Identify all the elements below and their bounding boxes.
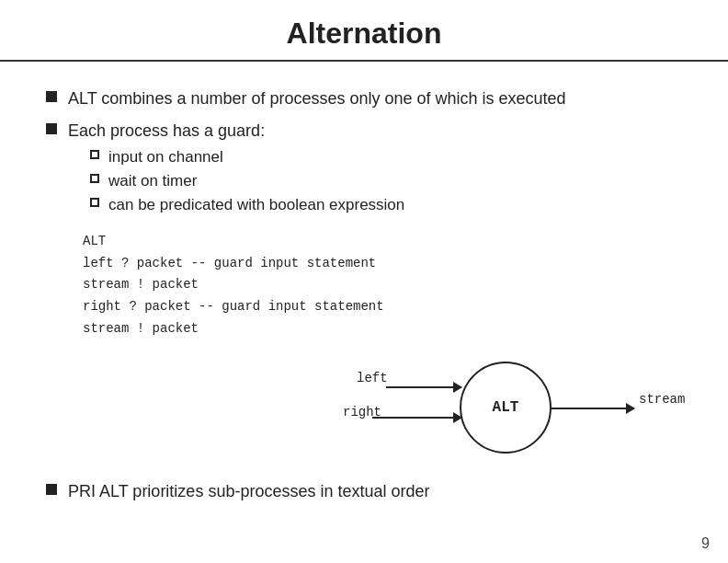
right-label: right bbox=[343, 405, 381, 419]
sub-bullet-1-icon bbox=[90, 150, 99, 159]
right-arrow bbox=[372, 417, 461, 419]
sub-bullets: input on channel wait on timer can be pr… bbox=[90, 146, 404, 215]
bullet-1-text: ALT combines a number of processes only … bbox=[68, 87, 566, 110]
stream-arrow bbox=[552, 408, 634, 409]
bullet-2: Each process has a guard: input on chann… bbox=[46, 120, 682, 222]
bullet-2-content: Each process has a guard: input on chann… bbox=[68, 120, 404, 222]
bullet-3: PRI ALT prioritizes sub-processes in tex… bbox=[46, 480, 682, 503]
code-line-1: ALT bbox=[83, 231, 682, 253]
code-line-4: right ? packet -- guard input statement bbox=[83, 296, 682, 318]
page-number: 9 bbox=[701, 535, 710, 552]
content-area: ALT combines a number of processes only … bbox=[0, 78, 728, 503]
sub-bullet-3: can be predicated with boolean expressio… bbox=[90, 194, 404, 216]
slide: Alternation ALT combines a number of pro… bbox=[0, 0, 728, 563]
left-label: left bbox=[357, 371, 388, 385]
bullet-1-icon bbox=[46, 91, 57, 102]
sub-bullet-3-icon bbox=[90, 198, 99, 207]
stream-label: stream bbox=[639, 392, 685, 407]
sub-bullet-2-icon bbox=[90, 174, 99, 183]
sub-bullet-3-text: can be predicated with boolean expressio… bbox=[108, 194, 404, 216]
code-line-5: stream ! packet bbox=[83, 318, 682, 340]
bullet-2-icon bbox=[46, 123, 57, 134]
sub-bullet-2: wait on timer bbox=[90, 170, 404, 192]
slide-title: Alternation bbox=[287, 17, 442, 50]
bullet-3-text: PRI ALT prioritizes sub-processes in tex… bbox=[68, 480, 430, 503]
diagram-area: left right stream ALT bbox=[83, 348, 682, 477]
alt-circle-label: ALT bbox=[493, 399, 519, 416]
bullet-2-text: Each process has a guard: bbox=[68, 121, 265, 140]
code-block: ALT left ? packet -- guard input stateme… bbox=[83, 231, 682, 340]
bullet-3-icon bbox=[46, 484, 57, 495]
sub-bullet-2-text: wait on timer bbox=[108, 170, 197, 192]
title-bar: Alternation bbox=[0, 0, 728, 62]
bullet-1: ALT combines a number of processes only … bbox=[46, 87, 682, 110]
sub-bullet-1: input on channel bbox=[90, 146, 404, 168]
code-line-2: left ? packet -- guard input statement bbox=[83, 253, 682, 275]
left-arrow bbox=[386, 386, 461, 388]
alt-circle: ALT bbox=[460, 362, 552, 454]
sub-bullet-1-text: input on channel bbox=[108, 146, 223, 168]
code-line-3: stream ! packet bbox=[83, 274, 682, 296]
